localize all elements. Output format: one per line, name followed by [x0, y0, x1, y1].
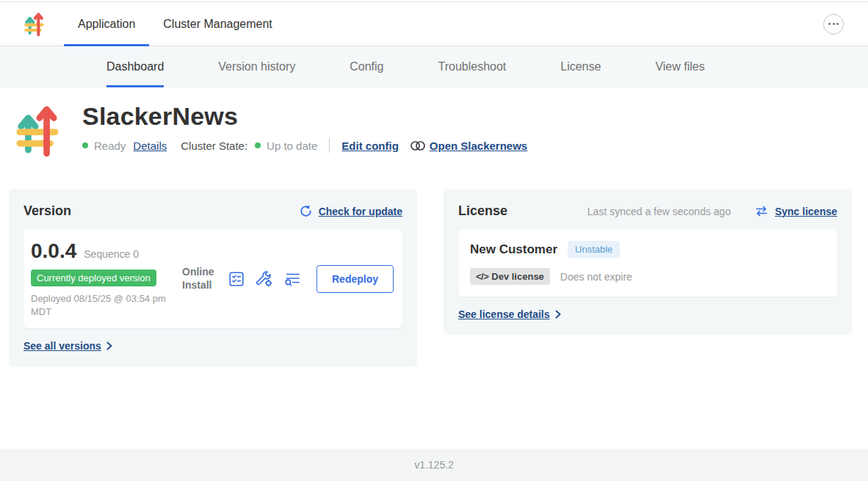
check-for-update[interactable]: Check for update	[300, 205, 402, 217]
more-options-button[interactable]	[823, 14, 844, 35]
subnav-item-config[interactable]: Config	[350, 46, 383, 87]
dot-icon	[836, 23, 839, 25]
refresh-icon	[300, 205, 312, 217]
version-card-header: Version Check for update	[23, 203, 402, 219]
config-wrench-icon[interactable]	[256, 270, 273, 288]
sync-license-link[interactable]: Sync license	[775, 206, 837, 217]
sync-icon	[755, 206, 768, 217]
expiration-text: Does not expire	[560, 271, 632, 283]
slackernews-logo-icon	[24, 11, 44, 37]
see-license-details-link[interactable]: See license details	[458, 308, 837, 320]
cards-row: Version Check for update 0.0.4 Sequence …	[9, 189, 859, 366]
subnav-license-label: License	[560, 60, 601, 73]
console-version: v1.125.2	[414, 459, 454, 471]
cluster-state-value: Up to date	[267, 140, 317, 152]
subnav-troubleshoot-label: Troubleshoot	[438, 60, 506, 73]
see-all-versions-link[interactable]: See all versions	[23, 340, 402, 352]
license-card-header: License Last synced a few seconds ago Sy…	[458, 203, 837, 219]
subnav-item-troubleshoot[interactable]: Troubleshoot	[438, 46, 506, 87]
deployed-timestamp: Deployed 08/15/25 @ 03:54 pm MDT	[31, 292, 174, 318]
ready-status-dot	[82, 142, 88, 148]
top-nav: Application Cluster Management	[0, 2, 868, 46]
see-license-details-label: See license details	[458, 308, 550, 320]
current-version-panel: 0.0.4 Sequence 0 Currently deployed vers…	[23, 229, 402, 328]
chevron-right-icon	[106, 341, 112, 350]
version-action-icons	[228, 270, 302, 288]
chain-link-icon	[411, 141, 425, 151]
cluster-state-label: Cluster State:	[181, 140, 247, 152]
sequence-label: Sequence 0	[84, 248, 139, 260]
app-status-row: Ready Details Cluster State: Up to date …	[82, 138, 527, 153]
tab-cluster-management[interactable]: Cluster Management	[149, 2, 286, 46]
license-card-title: License	[458, 203, 507, 219]
subnav-item-dashboard[interactable]: Dashboard	[106, 46, 164, 87]
license-header-right: Last synced a few seconds ago Sync licen…	[587, 206, 837, 217]
subnav-version-history-label: Version history	[218, 60, 295, 73]
redeploy-button[interactable]: Redeploy	[317, 265, 394, 293]
preflight-checks-icon[interactable]	[228, 270, 245, 288]
app-hero: SlackerNews Ready Details Cluster State:…	[0, 87, 868, 161]
open-app-link[interactable]: Open Slackernews	[411, 140, 527, 152]
details-link[interactable]: Details	[133, 140, 167, 152]
subnav-dashboard-label: Dashboard	[106, 60, 164, 73]
code-icon: </>	[476, 271, 488, 282]
app-subnav: Dashboard Version history Config Trouble…	[0, 46, 868, 87]
open-app-link-label: Open Slackernews	[430, 140, 527, 152]
app-status-text: Ready	[94, 140, 126, 152]
subnav-item-version-history[interactable]: Version history	[218, 46, 295, 87]
cluster-state-dot	[255, 142, 261, 148]
last-synced-text: Last synced a few seconds ago	[587, 206, 731, 217]
version-number: 0.0.4	[31, 239, 76, 263]
check-for-update-link[interactable]: Check for update	[319, 206, 402, 217]
dev-license-badge: </> Dev license	[470, 268, 550, 285]
deployed-badge: Currently deployed version	[31, 270, 156, 286]
tab-application-label: Application	[78, 18, 135, 31]
dot-icon	[833, 23, 835, 25]
tab-cluster-management-label: Cluster Management	[163, 18, 272, 31]
subnav-config-label: Config	[350, 60, 383, 73]
version-card-title: Version	[23, 203, 71, 219]
tab-application[interactable]: Application	[64, 2, 149, 46]
app-logo[interactable]	[24, 2, 44, 46]
divider	[329, 138, 330, 153]
edit-config-link[interactable]: Edit config	[341, 140, 399, 152]
see-all-versions-label: See all versions	[23, 340, 101, 352]
version-info: 0.0.4 Sequence 0 Currently deployed vers…	[31, 239, 182, 318]
page-title: SlackerNews	[82, 102, 527, 131]
license-card: License Last synced a few seconds ago Sy…	[444, 189, 852, 335]
top-nav-tabs: Application Cluster Management	[64, 2, 286, 46]
app-icon	[16, 102, 59, 161]
version-card: Version Check for update 0.0.4 Sequence …	[9, 189, 417, 366]
install-type-label: Online Install	[182, 266, 217, 292]
subnav-item-license[interactable]: License	[560, 46, 601, 87]
deploy-logs-icon[interactable]	[283, 270, 302, 288]
subnav-item-view-files[interactable]: View files	[655, 46, 704, 87]
subnav-view-files-label: View files	[655, 60, 704, 73]
chevron-right-icon	[555, 310, 561, 319]
license-panel: New Customer Unstable </> Dev license Do…	[458, 229, 837, 297]
channel-badge-unstable: Unstable	[568, 241, 620, 258]
footer: v1.125.2	[0, 449, 868, 481]
customer-name: New Customer	[470, 242, 557, 257]
dev-license-label: Dev license	[491, 271, 544, 282]
dot-icon	[828, 23, 831, 25]
main-content: SlackerNews Ready Details Cluster State:…	[0, 87, 868, 366]
